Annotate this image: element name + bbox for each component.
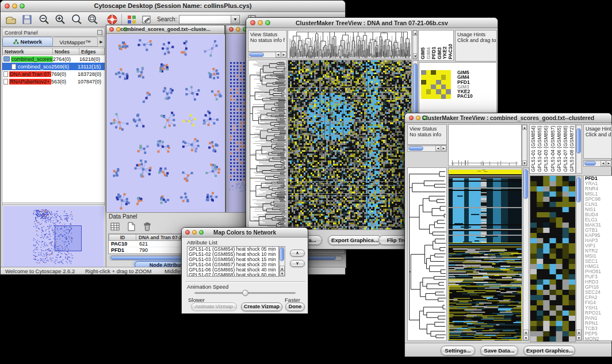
- scroll-left-arrow[interactable]: ◄: [435, 145, 441, 151]
- animation-speed-slider[interactable]: [194, 292, 296, 294]
- float-panel-icon[interactable]: [97, 30, 102, 35]
- heatmap-cell[interactable]: [426, 89, 431, 94]
- tv1-heatmap[interactable]: [288, 60, 412, 230]
- heatmap-cell[interactable]: [446, 85, 451, 89]
- gene-label[interactable]: PFD1: [585, 176, 612, 181]
- heatmap-cell[interactable]: [426, 94, 431, 99]
- scroll-down-arrow[interactable]: ▼: [522, 160, 527, 166]
- search-dropdown-button[interactable]: ▼: [231, 16, 239, 24]
- vizmapper-palette-icon[interactable]: [126, 14, 137, 25]
- dialog-titlebar[interactable]: Map Colors to Network: [182, 228, 308, 237]
- heatmap-cell[interactable]: [441, 70, 446, 75]
- heatmap-cell[interactable]: [446, 94, 451, 99]
- col-nodes[interactable]: Nodes: [53, 48, 79, 55]
- heatmap-cell[interactable]: [441, 80, 446, 85]
- save-session-icon[interactable]: [21, 14, 33, 25]
- attribute-list[interactable]: GPL51-01 (GSM854) heat shock 05 minGPL51…: [187, 246, 279, 277]
- zoom-out-icon[interactable]: [39, 14, 50, 25]
- close-button[interactable]: [229, 27, 234, 32]
- open-session-icon[interactable]: [5, 14, 17, 25]
- gene-label[interactable]: MAK31: [585, 223, 612, 228]
- scroll-right-arrow[interactable]: ►: [441, 145, 446, 151]
- gene-label[interactable]: SEC24: [585, 290, 612, 295]
- heatmap-cell[interactable]: [441, 75, 446, 79]
- birdseye-canvas[interactable]: [3, 206, 104, 267]
- tv2-save-data-button[interactable]: Save Data...: [480, 346, 518, 355]
- gene-label[interactable]: YRA1: [585, 181, 612, 186]
- birdseye-view[interactable]: [3, 206, 104, 267]
- network-list-row[interactable]: combined_scores_good2569(6)13112(15): [2, 63, 105, 70]
- zoom-in-icon[interactable]: [55, 14, 66, 25]
- heatmap-cell[interactable]: [441, 89, 446, 94]
- gene-label[interactable]: PEP5: [585, 331, 612, 336]
- tv2-titlebar[interactable]: ClusterMaker TreeView : combined_scores_…: [405, 113, 611, 123]
- heatmap-cell[interactable]: [441, 94, 446, 99]
- done-button[interactable]: Done: [285, 302, 305, 311]
- heatmap-cell[interactable]: [446, 89, 451, 94]
- tv2-status-hscrollbar[interactable]: ◄ ►: [407, 145, 447, 152]
- gene-label[interactable]: BUD4: [585, 212, 612, 217]
- heatmap-cell[interactable]: [431, 94, 436, 99]
- scroll-up-arrow[interactable]: ▲: [522, 125, 527, 130]
- scroll-down-arrow[interactable]: ▼: [280, 271, 285, 276]
- gene-label[interactable]: MSI1: [585, 254, 612, 259]
- tv2-export-graphics-button[interactable]: Export Graphics...: [523, 346, 575, 355]
- heatmap-cell[interactable]: [431, 70, 436, 75]
- gene-label[interactable]: RNR4: [585, 186, 612, 191]
- network-canvas[interactable]: [107, 35, 225, 213]
- heatmap-cell[interactable]: [436, 89, 441, 94]
- gene-label[interactable]: TCB3: [585, 326, 612, 331]
- tv2-hints-hscrollbar[interactable]: ◄ ►: [583, 160, 612, 167]
- network-list-row[interactable]: RNAPuberNov2+563(0)107847(0): [2, 78, 105, 85]
- gene-label[interactable]: PUF3: [585, 274, 612, 279]
- scroll-up-arrow[interactable]: ▲: [280, 266, 285, 271]
- heatmap-cell[interactable]: [426, 85, 431, 89]
- gene-label[interactable]: PAN1: [585, 316, 612, 321]
- tv1-zoom-heatmap[interactable]: [421, 70, 451, 99]
- gene-label[interactable]: PHO81: [585, 269, 612, 274]
- panel-splitter[interactable]: [2, 202, 105, 205]
- search-input[interactable]: [180, 16, 230, 23]
- heatmap-cell[interactable]: [426, 80, 431, 85]
- heatmap-cell[interactable]: [421, 75, 426, 79]
- heatmap-cell[interactable]: [436, 80, 441, 85]
- network-window-titlebar[interactable]: combined_scores_good.txt--cluste...: [106, 25, 224, 34]
- attribute-list-item[interactable]: GPL51-06 (GSM865) heat shock 40 min: [188, 267, 278, 273]
- gene-label[interactable]: HAP3: [585, 238, 612, 243]
- tab-vizmapper[interactable]: VizMapper™: [53, 37, 98, 47]
- scroll-down-arrow[interactable]: ▼: [576, 335, 582, 340]
- network-list-row[interactable]: DNA and Tran 07-21-06b.csv769(0)183728(0…: [2, 70, 105, 78]
- heatmap-cell[interactable]: [431, 89, 436, 94]
- gene-label[interactable]: VIP1: [585, 243, 612, 248]
- gene-label[interactable]: NTR2: [585, 248, 612, 254]
- scroll-up-arrow[interactable]: ▲: [413, 30, 417, 36]
- tab-network[interactable]: Network: [2, 37, 53, 47]
- scroll-down-arrow[interactable]: ▼: [413, 53, 417, 59]
- delete-attribute-icon[interactable]: [142, 221, 152, 232]
- gene-label[interactable]: GPI16: [585, 285, 612, 290]
- heatmap-cell[interactable]: [441, 85, 446, 89]
- tv2-heatmap-vscrollbar[interactable]: ▲ ▼: [523, 167, 529, 341]
- heatmap-cell[interactable]: [436, 85, 441, 89]
- col-network[interactable]: Network: [2, 48, 53, 55]
- heatmap-cell[interactable]: [446, 80, 451, 85]
- tv2-zoom-heatmap[interactable]: [530, 175, 576, 342]
- table-view-icon[interactable]: [110, 221, 120, 232]
- heatmap-cell[interactable]: [421, 70, 426, 75]
- heatmap-cell[interactable]: [446, 70, 451, 75]
- tv2-col-scroll-strip[interactable]: ▲ ▼: [522, 124, 527, 166]
- tv2-heatmap[interactable]: [448, 167, 522, 341]
- zoom-selected-region-icon[interactable]: [71, 14, 82, 25]
- heatmap-cell[interactable]: [426, 70, 431, 75]
- tv2-settings-button[interactable]: Settings...: [441, 346, 475, 355]
- gene-label[interactable]: RPN1: [585, 321, 612, 326]
- gene-label[interactable]: MON2: [585, 336, 612, 341]
- scroll-up-arrow[interactable]: ▲: [576, 329, 582, 335]
- scroll-up-arrow[interactable]: ▲: [523, 329, 529, 335]
- tv2-column-dendrogram[interactable]: [448, 124, 522, 166]
- heatmap-cell[interactable]: [436, 94, 441, 99]
- gene-label[interactable]: RPO21: [585, 311, 612, 316]
- gene-label[interactable]: SEC1: [585, 259, 612, 264]
- tv2-row-dendrogram[interactable]: [407, 167, 447, 341]
- gene-label[interactable]: NIS1: [585, 207, 612, 212]
